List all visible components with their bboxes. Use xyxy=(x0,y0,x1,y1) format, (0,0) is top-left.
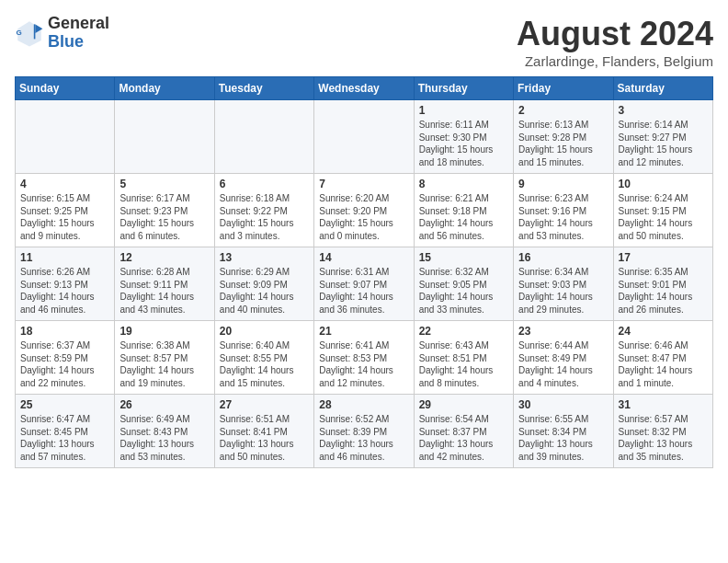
day-number: 9 xyxy=(518,178,608,190)
calendar-day-cell: 11Sunrise: 6:26 AM Sunset: 9:13 PM Dayli… xyxy=(16,247,115,321)
calendar-day-cell: 2Sunrise: 6:13 AM Sunset: 9:28 PM Daylig… xyxy=(514,100,613,174)
day-info: Sunrise: 6:55 AM Sunset: 8:34 PM Dayligh… xyxy=(518,413,608,463)
calendar-day-cell: 20Sunrise: 6:40 AM Sunset: 8:55 PM Dayli… xyxy=(214,321,313,395)
logo-blue: Blue xyxy=(48,33,109,52)
day-number: 1 xyxy=(419,104,508,117)
calendar-day-cell: 27Sunrise: 6:51 AM Sunset: 8:41 PM Dayli… xyxy=(214,395,313,468)
calendar-day-cell: 19Sunrise: 6:38 AM Sunset: 8:57 PM Dayli… xyxy=(115,321,214,395)
day-number: 5 xyxy=(119,178,209,190)
calendar-day-cell: 31Sunrise: 6:57 AM Sunset: 8:32 PM Dayli… xyxy=(613,395,712,468)
calendar-day-cell: 5Sunrise: 6:17 AM Sunset: 9:23 PM Daylig… xyxy=(115,174,214,247)
day-number: 18 xyxy=(20,325,109,338)
day-info: Sunrise: 6:54 AM Sunset: 8:37 PM Dayligh… xyxy=(419,413,508,463)
calendar-day-cell: 8Sunrise: 6:21 AM Sunset: 9:18 PM Daylig… xyxy=(414,174,513,247)
weekday-header-row: SundayMondayTuesdayWednesdayThursdayFrid… xyxy=(16,77,713,100)
day-number: 28 xyxy=(319,398,408,411)
day-number: 19 xyxy=(119,325,209,338)
day-info: Sunrise: 6:44 AM Sunset: 8:49 PM Dayligh… xyxy=(518,339,608,389)
calendar-week-row: 18Sunrise: 6:37 AM Sunset: 8:59 PM Dayli… xyxy=(16,321,713,395)
day-number: 22 xyxy=(419,325,508,338)
logo-general: General xyxy=(48,15,109,33)
weekday-header: Thursday xyxy=(414,77,513,100)
calendar-day-cell: 23Sunrise: 6:44 AM Sunset: 8:49 PM Dayli… xyxy=(514,321,613,395)
calendar-day-cell: 7Sunrise: 6:20 AM Sunset: 9:20 PM Daylig… xyxy=(314,174,414,247)
calendar-day-cell: 1Sunrise: 6:11 AM Sunset: 9:30 PM Daylig… xyxy=(414,100,513,174)
day-info: Sunrise: 6:46 AM Sunset: 8:47 PM Dayligh… xyxy=(619,339,708,389)
day-info: Sunrise: 6:15 AM Sunset: 9:25 PM Dayligh… xyxy=(20,192,109,242)
calendar-day-cell: 22Sunrise: 6:43 AM Sunset: 8:51 PM Dayli… xyxy=(414,321,513,395)
day-number: 12 xyxy=(119,251,209,264)
logo: G General Blue xyxy=(15,15,109,52)
day-number: 8 xyxy=(419,178,508,190)
day-info: Sunrise: 6:17 AM Sunset: 9:23 PM Dayligh… xyxy=(119,192,209,242)
day-number: 10 xyxy=(619,178,708,190)
calendar-week-row: 11Sunrise: 6:26 AM Sunset: 9:13 PM Dayli… xyxy=(16,247,713,321)
calendar-day-cell: 26Sunrise: 6:49 AM Sunset: 8:43 PM Dayli… xyxy=(115,395,214,468)
calendar-body: 1Sunrise: 6:11 AM Sunset: 9:30 PM Daylig… xyxy=(16,100,713,468)
day-info: Sunrise: 6:11 AM Sunset: 9:30 PM Dayligh… xyxy=(419,119,508,168)
day-info: Sunrise: 6:18 AM Sunset: 9:22 PM Dayligh… xyxy=(220,192,309,242)
day-info: Sunrise: 6:35 AM Sunset: 9:01 PM Dayligh… xyxy=(619,266,708,316)
calendar-day-cell: 4Sunrise: 6:15 AM Sunset: 9:25 PM Daylig… xyxy=(16,174,115,247)
svg-rect-2 xyxy=(34,24,36,39)
day-number: 23 xyxy=(518,325,608,338)
calendar-day-cell xyxy=(16,100,115,174)
day-info: Sunrise: 6:34 AM Sunset: 9:03 PM Dayligh… xyxy=(518,266,608,316)
calendar-day-cell xyxy=(314,100,414,174)
month-year: August 2024 xyxy=(517,15,713,53)
day-number: 6 xyxy=(220,178,309,190)
calendar-week-row: 4Sunrise: 6:15 AM Sunset: 9:25 PM Daylig… xyxy=(16,174,713,247)
calendar-day-cell: 3Sunrise: 6:14 AM Sunset: 9:27 PM Daylig… xyxy=(613,100,712,174)
day-info: Sunrise: 6:23 AM Sunset: 9:16 PM Dayligh… xyxy=(518,192,608,242)
calendar-day-cell: 12Sunrise: 6:28 AM Sunset: 9:11 PM Dayli… xyxy=(115,247,214,321)
day-info: Sunrise: 6:32 AM Sunset: 9:05 PM Dayligh… xyxy=(419,266,508,316)
svg-text:G: G xyxy=(17,28,22,36)
day-number: 7 xyxy=(319,178,408,190)
location: Zarlardinge, Flanders, Belgium xyxy=(517,53,713,69)
day-info: Sunrise: 6:21 AM Sunset: 9:18 PM Dayligh… xyxy=(419,192,508,242)
calendar-day-cell: 24Sunrise: 6:46 AM Sunset: 8:47 PM Dayli… xyxy=(613,321,712,395)
day-number: 27 xyxy=(220,398,309,411)
calendar-day-cell: 25Sunrise: 6:47 AM Sunset: 8:45 PM Dayli… xyxy=(16,395,115,468)
calendar-day-cell: 29Sunrise: 6:54 AM Sunset: 8:37 PM Dayli… xyxy=(414,395,513,468)
calendar-day-cell: 9Sunrise: 6:23 AM Sunset: 9:16 PM Daylig… xyxy=(514,174,613,247)
title-block: August 2024 Zarlardinge, Flanders, Belgi… xyxy=(517,15,713,69)
day-info: Sunrise: 6:49 AM Sunset: 8:43 PM Dayligh… xyxy=(119,413,209,463)
day-info: Sunrise: 6:51 AM Sunset: 8:41 PM Dayligh… xyxy=(220,413,309,463)
calendar-week-row: 25Sunrise: 6:47 AM Sunset: 8:45 PM Dayli… xyxy=(16,395,713,468)
day-number: 21 xyxy=(319,325,408,338)
calendar-day-cell: 13Sunrise: 6:29 AM Sunset: 9:09 PM Dayli… xyxy=(214,247,313,321)
calendar-day-cell: 17Sunrise: 6:35 AM Sunset: 9:01 PM Dayli… xyxy=(613,247,712,321)
weekday-header: Wednesday xyxy=(314,77,414,100)
day-number: 15 xyxy=(419,251,508,264)
calendar-day-cell xyxy=(214,100,313,174)
day-info: Sunrise: 6:29 AM Sunset: 9:09 PM Dayligh… xyxy=(220,266,309,316)
calendar-day-cell: 28Sunrise: 6:52 AM Sunset: 8:39 PM Dayli… xyxy=(314,395,414,468)
calendar-day-cell: 21Sunrise: 6:41 AM Sunset: 8:53 PM Dayli… xyxy=(314,321,414,395)
day-info: Sunrise: 6:52 AM Sunset: 8:39 PM Dayligh… xyxy=(319,413,408,463)
day-number: 4 xyxy=(20,178,109,190)
calendar-day-cell: 30Sunrise: 6:55 AM Sunset: 8:34 PM Dayli… xyxy=(514,395,613,468)
calendar-day-cell: 18Sunrise: 6:37 AM Sunset: 8:59 PM Dayli… xyxy=(16,321,115,395)
calendar-day-cell: 14Sunrise: 6:31 AM Sunset: 9:07 PM Dayli… xyxy=(314,247,414,321)
day-info: Sunrise: 6:37 AM Sunset: 8:59 PM Dayligh… xyxy=(20,339,109,389)
calendar-day-cell xyxy=(115,100,214,174)
calendar-day-cell: 16Sunrise: 6:34 AM Sunset: 9:03 PM Dayli… xyxy=(514,247,613,321)
weekday-header: Monday xyxy=(115,77,214,100)
weekday-header: Friday xyxy=(514,77,613,100)
day-number: 26 xyxy=(119,398,209,411)
day-info: Sunrise: 6:41 AM Sunset: 8:53 PM Dayligh… xyxy=(319,339,408,389)
day-number: 14 xyxy=(319,251,408,264)
day-info: Sunrise: 6:31 AM Sunset: 9:07 PM Dayligh… xyxy=(319,266,408,316)
weekday-header: Saturday xyxy=(613,77,712,100)
weekday-header: Sunday xyxy=(16,77,115,100)
day-info: Sunrise: 6:26 AM Sunset: 9:13 PM Dayligh… xyxy=(20,266,109,316)
calendar-day-cell: 10Sunrise: 6:24 AM Sunset: 9:15 PM Dayli… xyxy=(613,174,712,247)
day-number: 16 xyxy=(518,251,608,264)
calendar-day-cell: 15Sunrise: 6:32 AM Sunset: 9:05 PM Dayli… xyxy=(414,247,513,321)
day-info: Sunrise: 6:24 AM Sunset: 9:15 PM Dayligh… xyxy=(619,192,708,242)
day-number: 11 xyxy=(20,251,109,264)
day-info: Sunrise: 6:43 AM Sunset: 8:51 PM Dayligh… xyxy=(419,339,508,389)
day-info: Sunrise: 6:57 AM Sunset: 8:32 PM Dayligh… xyxy=(619,413,708,463)
day-number: 30 xyxy=(518,398,608,411)
